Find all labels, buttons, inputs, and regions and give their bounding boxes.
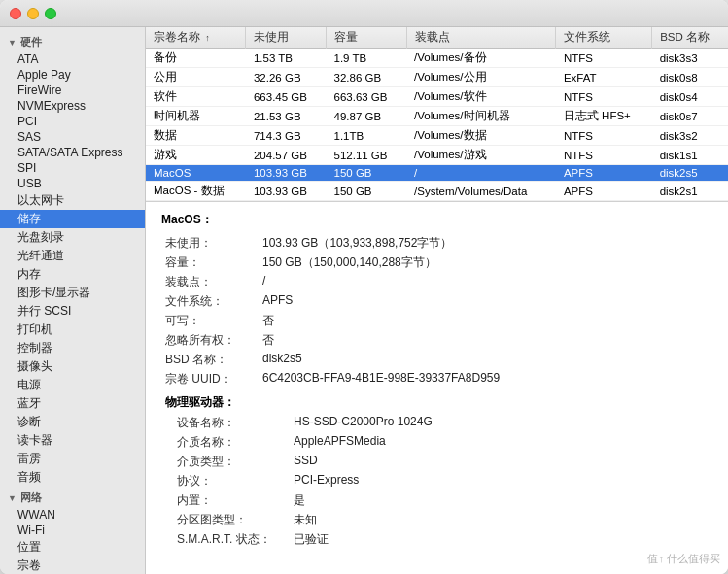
table-cell-5-4: NTFS bbox=[556, 146, 652, 165]
phys-label-0: 设备名称： bbox=[177, 414, 294, 432]
table-row[interactable]: MacOS - 数据103.93 GB150 GB/System/Volumes… bbox=[146, 182, 728, 201]
table-cell-1-2: 32.86 GB bbox=[327, 68, 407, 87]
maximize-button[interactable] bbox=[45, 8, 56, 19]
sidebar-item-宗卷[interactable]: 宗卷 bbox=[0, 557, 145, 574]
sidebar-section-硬件[interactable]: ▼硬件 bbox=[0, 31, 145, 51]
sidebar-item-FireWire[interactable]: FireWire bbox=[0, 83, 145, 98]
sidebar-item-雷雳[interactable]: 雷雳 bbox=[0, 450, 145, 468]
col-header-4[interactable]: 文件系统 bbox=[556, 27, 652, 49]
phys-value-3: PCI-Express bbox=[294, 472, 712, 490]
detail-label-3: 文件系统： bbox=[165, 292, 262, 311]
table-row[interactable]: 备份1.53 TB1.9 TB/Volumes/备份NTFSdisk3s3 bbox=[146, 49, 728, 68]
sidebar-item-Wi-Fi[interactable]: Wi-Fi bbox=[0, 523, 145, 538]
table-cell-6-5: disk2s5 bbox=[652, 165, 728, 182]
table-row[interactable]: 数据714.3 GB1.1TB/Volumes/数据NTFSdisk3s2 bbox=[146, 126, 728, 146]
detail-label-7: 宗卷 UUID： bbox=[165, 370, 262, 388]
phys-value-5: 未知 bbox=[294, 511, 712, 529]
detail-section: MacOS：未使用：103.93 GB（103,933,898,752字节）容量… bbox=[146, 202, 728, 574]
detail-value-6: disk2s5 bbox=[262, 351, 712, 369]
sidebar-item-Apple Pay[interactable]: Apple Pay bbox=[0, 67, 145, 83]
table-cell-0-2: 1.9 TB bbox=[327, 49, 407, 68]
storage-table-section: 宗卷名称 ↑未使用容量装载点文件系统BSD 名称 备份1.53 TB1.9 TB… bbox=[146, 27, 728, 202]
col-header-2[interactable]: 容量 bbox=[327, 27, 407, 49]
table-header: 宗卷名称 ↑未使用容量装载点文件系统BSD 名称 bbox=[146, 27, 728, 49]
table-cell-5-5: disk1s1 bbox=[652, 146, 728, 165]
table-row[interactable]: 软件663.45 GB663.63 GB/Volumes/软件NTFSdisk0… bbox=[146, 87, 728, 107]
table-cell-0-5: disk3s3 bbox=[652, 49, 728, 68]
table-cell-5-2: 512.11 GB bbox=[327, 146, 407, 165]
sidebar-section-网络[interactable]: ▼网络 bbox=[0, 487, 145, 507]
detail-value-7: 6C4203CB-FFA9-4B1E-998E-39337FA8D959 bbox=[262, 370, 712, 388]
sidebar-item-诊断[interactable]: 诊断 bbox=[0, 413, 145, 431]
table-cell-6-3: / bbox=[406, 165, 556, 182]
minimize-button[interactable] bbox=[27, 8, 39, 19]
table-row[interactable]: 游戏204.57 GB512.11 GB/Volumes/游戏NTFSdisk1… bbox=[146, 146, 728, 165]
table-cell-0-3: /Volumes/备份 bbox=[406, 49, 556, 68]
sidebar-item-音频[interactable]: 音频 bbox=[0, 468, 145, 487]
table-cell-0-4: NTFS bbox=[556, 49, 652, 68]
close-button[interactable] bbox=[10, 8, 21, 19]
phys-value-0: HS-SSD-C2000Pro 1024G bbox=[294, 414, 712, 432]
content-area: 宗卷名称 ↑未使用容量装载点文件系统BSD 名称 备份1.53 TB1.9 TB… bbox=[146, 27, 728, 574]
sidebar-item-读卡器[interactable]: 读卡器 bbox=[0, 431, 145, 450]
detail-fields: 未使用：103.93 GB（103,933,898,752字节）容量：150 G… bbox=[165, 234, 712, 388]
col-header-1[interactable]: 未使用 bbox=[246, 27, 327, 49]
sidebar-item-打印机[interactable]: 打印机 bbox=[0, 321, 145, 339]
table-cell-2-2: 663.63 GB bbox=[327, 87, 407, 107]
table-cell-3-4: 日志式 HFS+ bbox=[556, 107, 652, 126]
table-cell-7-2: 150 GB bbox=[327, 182, 407, 201]
table-cell-4-4: NTFS bbox=[556, 126, 652, 146]
detail-value-1: 150 GB（150,000,140,288字节） bbox=[262, 253, 712, 272]
sidebar-item-SAS[interactable]: SAS bbox=[0, 129, 145, 145]
table-row[interactable]: 时间机器21.53 GB49.87 GB/Volumes/时间机器日志式 HFS… bbox=[146, 107, 728, 126]
detail-label-6: BSD 名称： bbox=[165, 351, 262, 369]
table-cell-2-4: NTFS bbox=[556, 87, 652, 107]
table-cell-7-4: APFS bbox=[556, 182, 652, 201]
sidebar-item-WWAN[interactable]: WWAN bbox=[0, 507, 145, 523]
sidebar-item-并行 SCSI[interactable]: 并行 SCSI bbox=[0, 302, 145, 321]
sidebar-item-蓝牙[interactable]: 蓝牙 bbox=[0, 394, 145, 413]
table-cell-4-1: 714.3 GB bbox=[246, 126, 327, 146]
traffic-lights bbox=[10, 8, 56, 19]
phys-label-3: 协议： bbox=[177, 472, 294, 490]
sidebar-item-摄像头[interactable]: 摄像头 bbox=[0, 357, 145, 376]
detail-label-0: 未使用： bbox=[165, 234, 262, 253]
storage-table: 宗卷名称 ↑未使用容量装载点文件系统BSD 名称 备份1.53 TB1.9 TB… bbox=[146, 27, 728, 201]
sidebar-item-控制器[interactable]: 控制器 bbox=[0, 339, 145, 357]
physical-driver-fields: 设备名称：HS-SSD-C2000Pro 1024G介质名称：AppleAPFS… bbox=[177, 414, 712, 549]
phys-value-4: 是 bbox=[294, 491, 712, 510]
sidebar-item-ATA[interactable]: ATA bbox=[0, 51, 145, 67]
col-header-5[interactable]: BSD 名称 bbox=[652, 27, 728, 49]
table-row[interactable]: MacOS103.93 GB150 GB/APFSdisk2s5 bbox=[146, 165, 728, 182]
phys-label-6: S.M.A.R.T. 状态： bbox=[177, 530, 294, 549]
detail-label-1: 容量： bbox=[165, 253, 262, 272]
col-header-0[interactable]: 宗卷名称 ↑ bbox=[146, 27, 246, 49]
table-cell-6-0: MacOS bbox=[146, 165, 246, 182]
detail-value-4: 否 bbox=[262, 312, 712, 330]
sidebar-item-储存[interactable]: 储存 bbox=[0, 210, 145, 228]
physical-driver-title: 物理驱动器： bbox=[165, 394, 712, 411]
table-cell-2-0: 软件 bbox=[146, 87, 246, 107]
table-cell-7-3: /System/Volumes/Data bbox=[406, 182, 556, 201]
phys-label-4: 内置： bbox=[177, 491, 294, 510]
sidebar-item-以太网卡[interactable]: 以太网卡 bbox=[0, 191, 145, 210]
sidebar-item-内存[interactable]: 内存 bbox=[0, 265, 145, 284]
sidebar-item-图形卡/显示器[interactable]: 图形卡/显示器 bbox=[0, 284, 145, 302]
sidebar-item-位置[interactable]: 位置 bbox=[0, 538, 145, 557]
sidebar-item-电源[interactable]: 电源 bbox=[0, 376, 145, 394]
sidebar-item-USB[interactable]: USB bbox=[0, 176, 145, 191]
sidebar-item-PCI[interactable]: PCI bbox=[0, 114, 145, 129]
table-cell-7-5: disk2s1 bbox=[652, 182, 728, 201]
sidebar-item-SATA/SATA Express[interactable]: SATA/SATA Express bbox=[0, 145, 145, 160]
detail-value-5: 否 bbox=[262, 331, 712, 350]
table-cell-6-2: 150 GB bbox=[327, 165, 407, 182]
sidebar-item-SPI[interactable]: SPI bbox=[0, 160, 145, 176]
sidebar-item-NVMExpress[interactable]: NVMExpress bbox=[0, 98, 145, 114]
sidebar[interactable]: ▼硬件ATAApple PayFireWireNVMExpressPCISASS… bbox=[0, 27, 146, 574]
sidebar-item-光盘刻录[interactable]: 光盘刻录 bbox=[0, 228, 145, 247]
table-row[interactable]: 公用32.26 GB32.86 GB/Volumes/公用ExFATdisk0s… bbox=[146, 68, 728, 87]
sidebar-item-光纤通道[interactable]: 光纤通道 bbox=[0, 247, 145, 265]
main-window: ▼硬件ATAApple PayFireWireNVMExpressPCISASS… bbox=[0, 0, 728, 574]
table-cell-2-5: disk0s4 bbox=[652, 87, 728, 107]
col-header-3[interactable]: 装载点 bbox=[406, 27, 556, 49]
